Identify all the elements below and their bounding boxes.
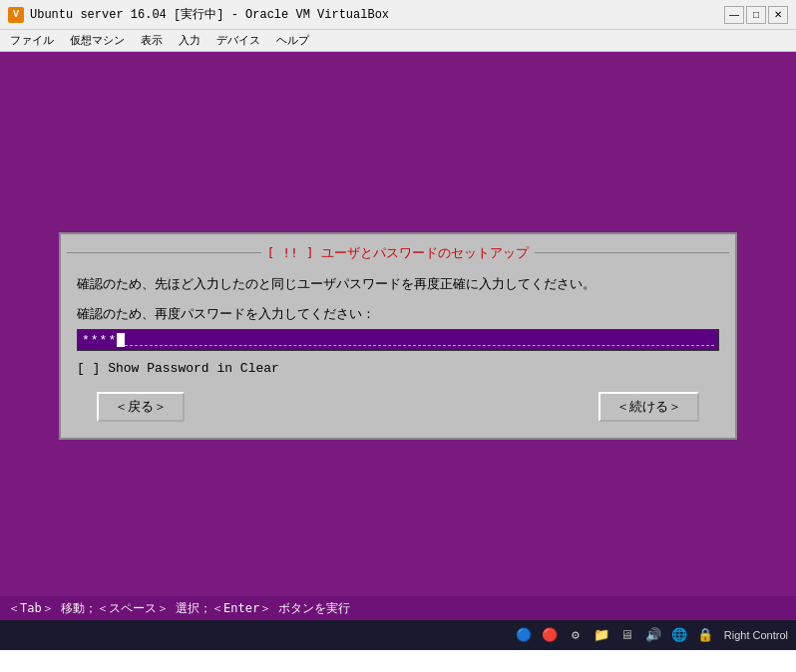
show-password-row[interactable]: [ ] Show Password in Clear bbox=[77, 361, 719, 376]
app-icon: V bbox=[8, 7, 24, 23]
title-line-right bbox=[535, 252, 729, 253]
password-input[interactable]: **** bbox=[77, 329, 719, 351]
dialog-content: 確認のため、先ほど入力したのと同じユーザパスワードを再度正確に入力してください。… bbox=[61, 274, 735, 439]
dialog-buttons: ＜戻る＞ ＜続ける＞ bbox=[77, 392, 719, 422]
menu-vm[interactable]: 仮想マシン bbox=[64, 31, 131, 50]
taskbar-icon-6[interactable]: 🔊 bbox=[642, 624, 664, 646]
title-bar: V Ubuntu server 16.04 [実行中] - Oracle VM … bbox=[0, 0, 796, 30]
setup-dialog: [ !! ] ユーザとパスワードのセットアップ 確認のため、先ほど入力したのと同… bbox=[59, 232, 737, 441]
menu-bar: ファイル 仮想マシン 表示 入力 デバイス ヘルプ bbox=[0, 30, 796, 52]
menu-help[interactable]: ヘルプ bbox=[270, 31, 315, 50]
dialog-title: [ !! ] ユーザとパスワードのセットアップ bbox=[267, 244, 530, 262]
continue-button[interactable]: ＜続ける＞ bbox=[598, 392, 699, 422]
window-controls: — □ ✕ bbox=[724, 6, 788, 24]
password-value: **** bbox=[82, 333, 117, 348]
dialog-description2: 確認のため、再度パスワードを入力してください： bbox=[77, 305, 719, 323]
window-title: Ubuntu server 16.04 [実行中] - Oracle VM Vi… bbox=[30, 6, 718, 23]
taskbar-icon-4[interactable]: 📁 bbox=[591, 624, 612, 646]
right-control-label: Right Control bbox=[724, 629, 788, 641]
cursor bbox=[117, 333, 125, 347]
taskbar-icon-8[interactable]: 🔒 bbox=[694, 624, 716, 646]
vm-status-bar: ＜Tab＞ 移動；＜スペース＞ 選択；＜Enter＞ ボタンを実行 bbox=[0, 596, 796, 620]
show-password-checkbox-label[interactable]: [ ] Show Password in Clear bbox=[77, 361, 279, 376]
taskbar-icon-2[interactable]: 🔴 bbox=[539, 624, 561, 646]
vm-display-area: [ !! ] ユーザとパスワードのセットアップ 確認のため、先ほど入力したのと同… bbox=[0, 52, 796, 620]
taskbar-icon-7[interactable]: 🌐 bbox=[668, 624, 690, 646]
title-line-left bbox=[67, 252, 261, 253]
taskbar-icon-3[interactable]: ⚙ bbox=[565, 624, 587, 646]
maximize-button[interactable]: □ bbox=[746, 6, 766, 24]
taskbar-icon-5[interactable]: 🖥 bbox=[616, 624, 638, 646]
menu-devices[interactable]: デバイス bbox=[210, 31, 266, 50]
taskbar: 🔵 🔴 ⚙ 📁 🖥 🔊 🌐 🔒 Right Control bbox=[0, 620, 796, 650]
back-button[interactable]: ＜戻る＞ bbox=[97, 392, 185, 422]
dialog-title-row: [ !! ] ユーザとパスワードのセットアップ bbox=[61, 234, 735, 262]
menu-view[interactable]: 表示 bbox=[135, 31, 169, 50]
minimize-button[interactable]: — bbox=[724, 6, 744, 24]
password-fill-line bbox=[125, 345, 714, 346]
status-text: ＜Tab＞ 移動；＜スペース＞ 選択；＜Enter＞ ボタンを実行 bbox=[8, 600, 350, 617]
dialog-description1: 確認のため、先ほど入力したのと同じユーザパスワードを再度正確に入力してください。 bbox=[77, 274, 719, 294]
taskbar-icon-1[interactable]: 🔵 bbox=[513, 624, 535, 646]
menu-input[interactable]: 入力 bbox=[173, 31, 206, 50]
close-button[interactable]: ✕ bbox=[768, 6, 788, 24]
menu-file[interactable]: ファイル bbox=[4, 31, 60, 50]
